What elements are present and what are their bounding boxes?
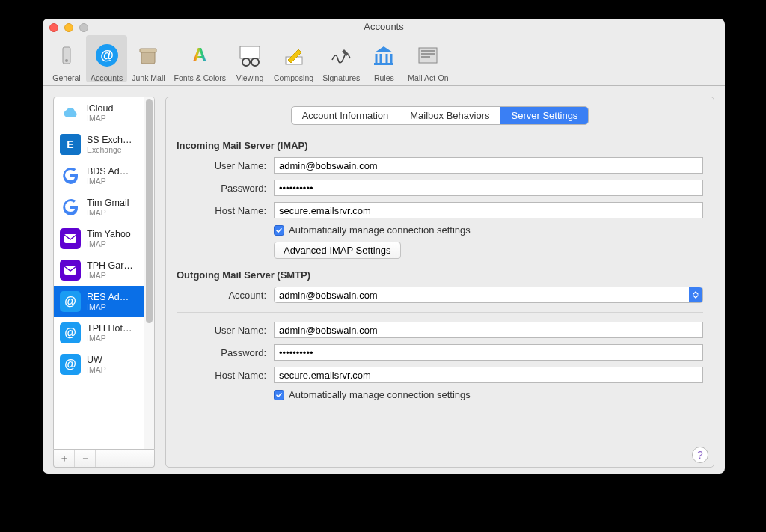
account-row[interactable]: ESS Exch…Exchange	[54, 129, 154, 160]
account-name: TPH Gar…	[87, 260, 133, 271]
account-type: IMAP	[87, 365, 106, 374]
outgoing-account-value: admin@bobswain.com	[279, 290, 378, 301]
incoming-user-input[interactable]	[274, 157, 703, 174]
svg-rect-5	[140, 49, 156, 52]
toolbar-item-viewing[interactable]: Viewing	[230, 35, 269, 82]
toolbar-item-mail-act-on[interactable]: Mail Act-On	[403, 35, 453, 82]
help-button[interactable]: ?	[692, 447, 708, 463]
svg-rect-7	[240, 46, 260, 58]
svg-text:A: A	[193, 43, 207, 66]
account-type: Exchange	[87, 145, 132, 154]
checkbox-checked-icon[interactable]	[274, 225, 284, 236]
toolbar-label: Fonts & Colors	[174, 73, 226, 82]
incoming-host-input[interactable]	[274, 202, 703, 218]
incoming-form: User Name: Password: Host Name: Automati…	[177, 157, 703, 259]
account-row[interactable]: @TPH Hot…IMAP	[54, 317, 154, 349]
svg-rect-14	[421, 50, 435, 52]
outgoing-user-input[interactable]	[274, 322, 703, 338]
titlebar[interactable]: Accounts	[43, 19, 725, 35]
account-row[interactable]: Tim YahooIMAP	[54, 223, 154, 254]
rules-icon	[369, 40, 399, 70]
tab-account-information[interactable]: Account Information	[292, 107, 400, 124]
account-name: iCloud	[87, 103, 113, 114]
yahoo-icon	[60, 260, 81, 281]
settings-panel: Account InformationMailbox BehaviorsServ…	[165, 97, 714, 468]
account-row[interactable]: Tim GmailIMAP	[54, 192, 154, 223]
toolbar-item-rules[interactable]: Rules	[364, 35, 403, 82]
svg-rect-17	[64, 234, 76, 243]
remove-account-button[interactable]: －	[75, 450, 96, 467]
at-icon: @	[60, 322, 81, 343]
junk-mail-icon	[133, 40, 163, 70]
account-type: IMAP	[87, 271, 133, 280]
incoming-pass-input[interactable]	[274, 180, 703, 196]
incoming-host-label: Host Name:	[177, 205, 266, 216]
account-type: IMAP	[87, 239, 131, 248]
general-icon	[52, 40, 82, 70]
account-row[interactable]: @UWIMAP	[54, 349, 154, 380]
account-type: IMAP	[87, 334, 132, 343]
toolbar-item-junk-mail[interactable]: Junk Mail	[127, 35, 169, 82]
tab-group: Account InformationMailbox BehaviorsServ…	[291, 106, 589, 125]
accounts-icon: @	[92, 40, 122, 70]
advanced-imap-button[interactable]: Advanced IMAP Settings	[274, 242, 401, 259]
toolbar-item-fonts-colors[interactable]: AFonts & Colors	[170, 35, 230, 82]
google-icon	[60, 197, 81, 218]
svg-point-1	[65, 59, 68, 62]
incoming-heading: Incoming Mail Server (IMAP)	[177, 140, 703, 151]
zoom-button	[79, 23, 88, 32]
outgoing-host-input[interactable]	[274, 367, 703, 383]
toolbar-label: Rules	[374, 73, 394, 82]
scrollbar-thumb[interactable]	[146, 99, 153, 323]
toolbar-item-general[interactable]: General	[47, 35, 86, 82]
svg-point-9	[251, 58, 259, 66]
account-row[interactable]: @RES Ad…IMAP	[54, 286, 154, 317]
outgoing-auto-label: Automatically manage connection settings	[289, 389, 471, 400]
toolbar-item-signatures[interactable]: Signatures	[318, 35, 364, 82]
mail-act-on-icon	[413, 40, 443, 70]
toolbar-label: Signatures	[322, 73, 360, 82]
toolbar-item-accounts[interactable]: @Accounts	[86, 35, 127, 82]
outgoing-account-popup[interactable]: admin@bobswain.com	[274, 287, 703, 303]
accounts-list: iCloudIMAPESS Exch…ExchangeBDS Ad…IMAPTi…	[53, 97, 155, 450]
outgoing-pass-label: Password:	[177, 347, 266, 358]
toolbar-label: Accounts	[91, 73, 123, 82]
account-type: IMAP	[87, 302, 129, 311]
scrollbar[interactable]	[144, 97, 154, 449]
incoming-auto-row[interactable]: Automatically manage connection settings	[274, 224, 703, 236]
incoming-user-label: User Name:	[177, 160, 266, 171]
toolbar-item-composing[interactable]: Composing	[269, 35, 318, 82]
account-row[interactable]: iCloudIMAP	[54, 97, 154, 129]
outgoing-auto-row[interactable]: Automatically manage connection settings	[274, 389, 703, 400]
account-name: TPH Hot…	[87, 323, 132, 334]
outgoing-form: Account: admin@bobswain.com User Name: P…	[177, 287, 703, 400]
accounts-sidebar: iCloudIMAPESS Exch…ExchangeBDS Ad…IMAPTi…	[53, 97, 155, 468]
account-type: IMAP	[87, 208, 129, 217]
outgoing-user-label: User Name:	[177, 325, 266, 336]
account-name: Tim Yahoo	[87, 229, 131, 239]
svg-rect-12	[374, 63, 393, 65]
account-row[interactable]: TPH Gar…IMAP	[54, 254, 154, 286]
at-icon: @	[60, 291, 81, 312]
composing-icon	[279, 40, 309, 70]
toolbar: General@AccountsJunk MailAFonts & Colors…	[43, 35, 725, 86]
yahoo-icon	[60, 228, 81, 249]
account-name: UW	[87, 355, 106, 365]
window-title: Accounts	[43, 19, 725, 35]
svg-rect-18	[64, 266, 76, 275]
tab-mailbox-behaviors[interactable]: Mailbox Behaviors	[399, 107, 500, 124]
exchange-icon: E	[60, 134, 81, 155]
at-icon: @	[60, 354, 81, 375]
toolbar-label: Viewing	[236, 73, 264, 82]
svg-rect-16	[421, 56, 430, 58]
tab-server-settings[interactable]: Server Settings	[500, 107, 588, 124]
checkbox-checked-icon[interactable]	[274, 390, 284, 400]
add-account-button[interactable]: ＋	[54, 450, 75, 467]
fonts-colors-icon: A	[185, 40, 215, 70]
outgoing-pass-input[interactable]	[274, 344, 703, 361]
minimize-button[interactable]	[64, 23, 73, 32]
icloud-icon	[60, 103, 81, 123]
close-button[interactable]	[49, 23, 58, 32]
outgoing-account-label: Account:	[177, 290, 266, 301]
account-row[interactable]: BDS Ad…IMAP	[54, 160, 154, 192]
